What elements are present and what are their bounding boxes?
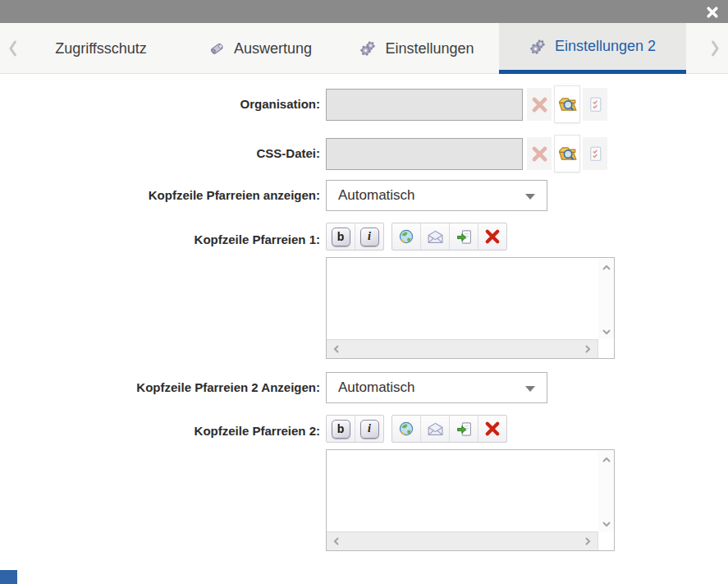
page-arrow-icon bbox=[456, 421, 472, 437]
kopfzeile2-anzeigen-select[interactable]: Automatisch bbox=[326, 372, 547, 403]
tab-strip: Zugriffsschutz Auswertung Einstellungen … bbox=[0, 23, 728, 74]
kopfzeile1-label: Kopfzeile Pfarreien 1: bbox=[0, 232, 320, 246]
clear-button[interactable] bbox=[478, 223, 506, 250]
kopfzeile1-anzeigen-label: Kopfzeile Pfarreien anzeigen: bbox=[0, 188, 320, 202]
css-datei-delete-button bbox=[527, 137, 552, 170]
tab-auswertung[interactable]: Auswertung bbox=[182, 23, 338, 74]
bold-icon: b bbox=[332, 228, 350, 246]
tab-label: Zugriffsschutz bbox=[55, 40, 147, 57]
italic-icon: i bbox=[360, 420, 379, 439]
format-button-group: b i bbox=[326, 223, 384, 251]
globe-icon bbox=[398, 421, 414, 437]
italic-button[interactable]: i bbox=[355, 223, 383, 250]
chevron-right-icon[interactable] bbox=[584, 344, 592, 354]
horizontal-scrollbar[interactable] bbox=[327, 531, 598, 550]
checklist-icon bbox=[588, 145, 603, 163]
tab-einstellungen-2[interactable]: Einstellungen 2 bbox=[499, 23, 686, 74]
gears-icon bbox=[529, 39, 546, 55]
folder-search-icon bbox=[557, 95, 577, 113]
chevron-up-icon[interactable] bbox=[602, 456, 611, 464]
italic-button[interactable]: i bbox=[355, 416, 383, 442]
envelope-icon bbox=[427, 422, 444, 436]
settings-dialog: Zugriffsschutz Auswertung Einstellungen … bbox=[0, 0, 728, 584]
organisation-input bbox=[326, 89, 523, 121]
insert-button-group bbox=[391, 415, 507, 443]
close-icon bbox=[706, 6, 719, 19]
bold-button[interactable]: b bbox=[327, 416, 355, 442]
dialog-titlebar bbox=[0, 0, 728, 23]
organisation-browse-button[interactable] bbox=[555, 86, 579, 122]
vertical-scrollbar[interactable] bbox=[598, 450, 614, 531]
kopfzeile2-textarea[interactable] bbox=[326, 449, 615, 551]
bold-icon: b bbox=[332, 420, 350, 439]
css-datei-input bbox=[326, 138, 523, 170]
tab-zugriffsschutz[interactable]: Zugriffsschutz bbox=[23, 23, 179, 74]
css-datei-label: CSS-Datei: bbox=[0, 146, 320, 160]
kopfzeile2-anzeigen-label: Kopfzeile Pfarreien 2 Anzeigen: bbox=[0, 380, 320, 394]
kopfzeile1-anzeigen-select[interactable]: Automatisch bbox=[326, 180, 547, 211]
insert-button-group bbox=[391, 223, 507, 251]
organisation-delete-button bbox=[527, 88, 552, 121]
select-value: Automatisch bbox=[338, 379, 415, 396]
delete-x-icon bbox=[531, 96, 548, 113]
blue-corner-marker bbox=[0, 570, 17, 584]
organisation-label: Organisation: bbox=[0, 97, 320, 111]
scroll-icon bbox=[208, 40, 225, 57]
insert-link-button[interactable] bbox=[392, 416, 421, 442]
kopfzeile2-toolbar: b i bbox=[326, 415, 507, 443]
close-button[interactable] bbox=[703, 3, 721, 21]
italic-icon: i bbox=[360, 228, 379, 246]
chevron-right-icon[interactable] bbox=[584, 536, 592, 546]
folder-search-icon bbox=[557, 145, 577, 163]
chevron-down-icon bbox=[525, 194, 535, 200]
organisation-checklist-button bbox=[583, 88, 607, 121]
chevron-left-icon[interactable] bbox=[332, 536, 341, 546]
delete-x-icon bbox=[484, 421, 501, 437]
insert-email-button[interactable] bbox=[421, 223, 450, 250]
select-value: Automatisch bbox=[338, 187, 415, 204]
css-datei-browse-button[interactable] bbox=[555, 136, 579, 172]
insert-page-button[interactable] bbox=[450, 416, 478, 442]
bold-button[interactable]: b bbox=[327, 223, 355, 250]
chevron-down-icon[interactable] bbox=[602, 520, 611, 528]
chevron-left-icon bbox=[7, 39, 19, 58]
format-button-group: b i bbox=[326, 415, 384, 443]
horizontal-scrollbar[interactable] bbox=[327, 339, 598, 358]
tab-label: Einstellungen bbox=[385, 40, 474, 57]
insert-link-button[interactable] bbox=[392, 223, 421, 250]
tab-label: Einstellungen 2 bbox=[555, 38, 656, 55]
envelope-icon bbox=[427, 230, 444, 244]
chevron-left-icon[interactable] bbox=[332, 344, 341, 354]
vertical-scrollbar[interactable] bbox=[598, 258, 614, 339]
chevron-right-icon bbox=[709, 39, 721, 58]
kopfzeile2-label: Kopfzeile Pfarreien 2: bbox=[0, 424, 320, 438]
insert-email-button[interactable] bbox=[421, 416, 450, 442]
gears-icon bbox=[359, 40, 376, 57]
insert-page-button[interactable] bbox=[450, 223, 478, 250]
checklist-icon bbox=[588, 96, 603, 113]
kopfzeile1-textarea[interactable] bbox=[326, 257, 615, 359]
globe-icon bbox=[398, 228, 414, 245]
css-datei-checklist-button bbox=[583, 137, 607, 170]
delete-x-icon bbox=[531, 145, 548, 163]
tab-scroll-left-button[interactable] bbox=[3, 23, 23, 74]
chevron-down-icon[interactable] bbox=[602, 328, 611, 336]
tab-scroll-right-button[interactable] bbox=[705, 23, 725, 74]
tab-label: Auswertung bbox=[234, 40, 312, 57]
delete-x-icon bbox=[484, 228, 501, 245]
chevron-down-icon bbox=[525, 386, 535, 392]
clear-button[interactable] bbox=[478, 416, 506, 442]
chevron-up-icon[interactable] bbox=[602, 264, 611, 272]
page-arrow-icon bbox=[456, 229, 472, 245]
tab-einstellungen[interactable]: Einstellungen bbox=[338, 23, 496, 74]
kopfzeile1-toolbar: b i bbox=[326, 223, 507, 251]
